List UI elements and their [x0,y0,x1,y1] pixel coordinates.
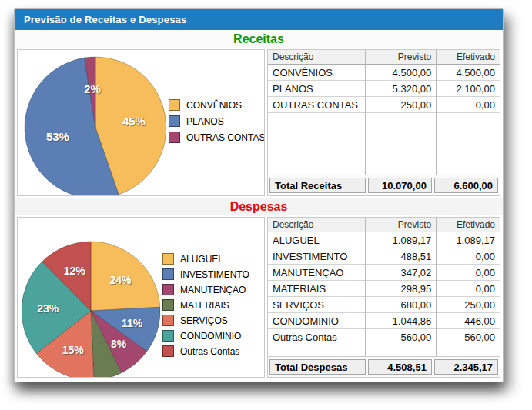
cell-previsto: 4.500,00 [365,65,436,81]
col-header-descricao: Descrição [268,218,365,232]
col-header-efetivado: Efetivado [436,50,500,65]
table-row: MATERIAIS298,950,00 [268,281,500,297]
legend-label: ALUGUEL [180,254,223,265]
cell-efetivado: 0,00 [436,97,500,113]
cell-previsto: 1.089,17 [365,232,436,248]
column-divider [436,218,437,356]
despesas-section-header: Despesas [15,198,503,215]
cell-efetivado: 250,00 [436,297,500,313]
cell-desc: OUTRAS CONTAS [268,97,365,113]
pie-percent-label: 24% [109,274,132,286]
column-divider [365,218,366,356]
table-row: MANUTENÇÃO347,020,00 [268,265,500,281]
despesas-total-row: Total Despesas 4.508,51 2.345,17 [268,356,500,377]
receitas-legend: CONVÊNIOSPLANOSOUTRAS CONTAS [169,99,265,148]
table-row: INVESTIMENTO488,510,00 [268,248,500,265]
pie-percent-label: 53% [46,130,69,143]
col-header-descricao: Descrição [268,50,365,65]
table-header-row: Descrição Previsto Efetivado [268,218,500,232]
table-header-row: Descrição Previsto Efetivado [268,50,500,65]
legend-item: SERVIÇOS [162,315,249,326]
legend-item: Outras Contas [162,345,249,357]
cell-efetivado: 1.089,17 [436,232,500,248]
table-row: CONDOMINIO1.044,86446,00 [268,313,500,329]
legend-label: MANUTENÇÃO [180,285,246,295]
column-divider [365,50,366,175]
despesas-section: 24%11%8%15%23%12% ALUGUELINVESTIMENTOMAN… [15,215,503,379]
receitas-section: 45%53%2% CONVÊNIOSPLANOSOUTRAS CONTAS De… [15,48,503,198]
legend-swatch [169,132,180,143]
receitas-table: Descrição Previsto Efetivado CONVÊNIOS4.… [268,50,500,113]
receitas-section-header: Receitas [15,30,503,48]
despesas-table-panel: Descrição Previsto Efetivado ALUGUEL1.08… [267,217,500,378]
cell-previsto: 560,00 [365,329,436,345]
despesas-table: Descrição Previsto Efetivado ALUGUEL1.08… [268,218,500,345]
despesas-rows-area: Descrição Previsto Efetivado ALUGUEL1.08… [268,218,500,356]
legend-swatch [162,253,174,265]
cell-desc: PLANOS [268,81,365,97]
page-background: Previsão de Receitas e Despesas Receitas… [0,0,532,410]
legend-swatch [162,299,174,311]
legend-label: OUTRAS CONTAS [186,132,265,143]
legend-swatch [162,268,174,280]
legend-item: MATERIAIS [162,299,249,311]
legend-item: PLANOS [169,115,265,127]
receitas-chart-panel: 45%53%2% CONVÊNIOSPLANOSOUTRAS CONTAS [17,49,265,196]
cell-previsto: 250,00 [365,97,436,113]
cell-desc: MATERIAIS [268,281,365,297]
legend-label: PLANOS [186,116,224,127]
legend-label: CONDOMINIO [180,331,241,342]
pie-percent-label: 8% [111,338,127,350]
table-row: ALUGUEL1.089,171.089,17 [268,232,500,248]
receitas-pie-chart: 45%53%2% [24,56,167,196]
legend-item: INVESTIMENTO [162,268,249,280]
pie-percent-label: 15% [62,344,85,356]
table-row: OUTRAS CONTAS250,000,00 [268,97,500,113]
legend-item: CONVÊNIOS [169,99,265,111]
cell-previsto: 488,51 [365,248,436,265]
legend-swatch [162,284,174,295]
pie-percent-label: 2% [84,82,101,95]
table-row: SERVIÇOS680,00250,00 [268,297,500,313]
app-window: Previsão de Receitas e Despesas Receitas… [14,8,504,382]
pie-percent-label: 45% [122,115,146,128]
cell-desc: CONVÊNIOS [268,65,365,81]
receitas-total-previsto: 10.070,00 [368,178,432,193]
cell-previsto: 680,00 [365,297,436,313]
legend-swatch [162,315,174,326]
cell-efetivado: 446,00 [436,313,500,329]
despesas-pie-chart: 24%11%8%15%23%12% [21,241,161,378]
despesas-legend: ALUGUELINVESTIMENTOMANUTENÇÃOMATERIAISSE… [162,253,249,361]
legend-item: CONDOMINIO [162,330,249,342]
legend-label: INVESTIMENTO [180,269,249,280]
cell-desc: CONDOMINIO [268,313,365,329]
pie-percent-label: 11% [122,317,143,329]
despesas-total-previsto: 4.508,51 [368,359,432,375]
cell-efetivado: 0,00 [436,265,500,281]
legend-item: OUTRAS CONTAS [169,132,265,143]
cell-efetivado: 2.100,00 [436,81,500,97]
despesas-total-efetivado: 2.345,17 [434,359,498,375]
legend-label: MATERIAIS [180,300,229,311]
cell-previsto: 298,95 [365,281,436,297]
cell-desc: INVESTIMENTO [268,248,365,265]
despesas-chart-panel: 24%11%8%15%23%12% ALUGUELINVESTIMENTOMAN… [17,217,265,378]
col-header-previsto: Previsto [365,218,436,232]
legend-label: SERVIÇOS [180,315,228,326]
table-row: CONVÊNIOS4.500,004.500,00 [268,65,500,81]
cell-desc: Outras Contas [268,329,365,345]
cell-desc: SERVIÇOS [268,297,365,313]
cell-desc: ALUGUEL [268,232,365,248]
receitas-total-label: Total Receitas [269,178,366,193]
cell-efetivado: 4.500,00 [436,65,500,81]
legend-label: Outras Contas [180,346,239,357]
receitas-table-panel: Descrição Previsto Efetivado CONVÊNIOS4.… [267,49,500,196]
cell-efetivado: 560,00 [436,329,500,345]
legend-swatch [162,345,174,357]
pie-percent-label: 12% [64,265,86,277]
legend-label: CONVÊNIOS [186,100,242,111]
receitas-total-row: Total Receitas 10.070,00 6.600,00 [268,175,500,195]
col-header-previsto: Previsto [365,50,436,65]
legend-swatch [169,99,180,111]
legend-item: MANUTENÇÃO [162,284,249,295]
